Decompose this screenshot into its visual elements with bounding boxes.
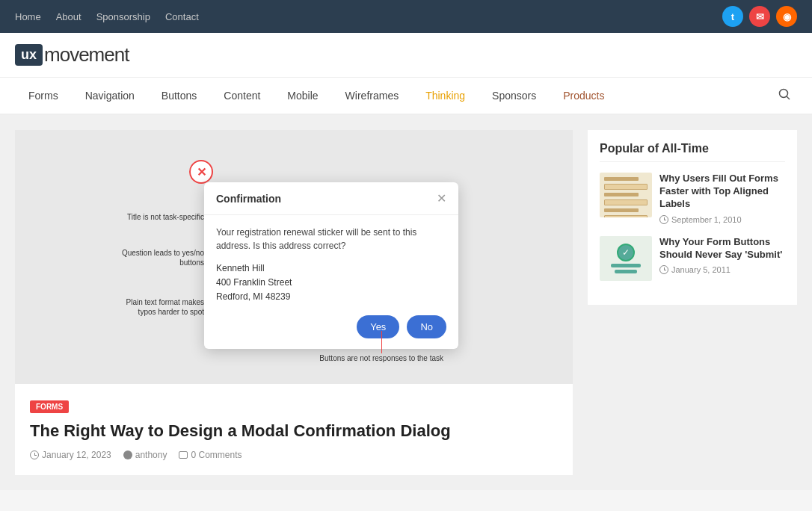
clock-icon (30, 450, 39, 459)
modal-question: Your registration renewal sticker will b… (216, 226, 446, 253)
main-container: ✕ Title is not task-specific Question le… (0, 115, 812, 490)
checkmark-graphic: ✓ (608, 241, 644, 276)
article-title: The Right Way to Design a Modal Confirma… (30, 421, 558, 442)
article-meta: January 12, 2023 anthony 0 Comments (30, 450, 558, 460)
sidebar-item-2-title: Why Your Form Buttons Should Never Say '… (659, 236, 785, 261)
rss-icon[interactable]: ◉ (776, 6, 797, 27)
annotation-4-text: Buttons are not responses to the task (319, 354, 443, 362)
address-street: 400 Franklin Street (216, 276, 446, 290)
sidebar-item-1-date: September 1, 2010 (659, 215, 785, 224)
annotation-4: Buttons are not responses to the task (319, 353, 443, 363)
logo-box: ux (15, 44, 43, 66)
annotation-2: Question leads to yes/no buttons (107, 248, 204, 267)
check-bar-2 (615, 270, 637, 273)
category-navigation: Forms Navigation Buttons Content Mobile … (0, 78, 812, 115)
nav-contact[interactable]: Contact (165, 11, 199, 22)
annotation-3: Plain text format makes typos harder to … (107, 297, 204, 317)
address-name: Kenneth Hill (216, 261, 446, 276)
article-tag[interactable]: FORMS (30, 400, 69, 413)
search-icon[interactable] (772, 81, 797, 110)
article-content: FORMS The Right Way to Design a Modal Co… (15, 384, 573, 475)
logo-text: movement (44, 43, 129, 66)
cat-buttons[interactable]: Buttons (148, 78, 210, 114)
sidebar-date-1: September 1, 2010 (671, 215, 742, 224)
article-comments: 0 Comments (191, 450, 242, 460)
clock-icon-sidebar-2 (659, 265, 668, 274)
social-icons: t ✉ ◉ (722, 6, 797, 27)
modal-body: Your registration renewal sticker will b… (204, 215, 458, 349)
modal-dialog: Confirmation ✕ Your registration renewal… (204, 182, 458, 349)
article-area: ✕ Title is not task-specific Question le… (15, 130, 573, 475)
address-city: Redford, MI 48239 (216, 290, 446, 304)
site-logo[interactable]: ux movement (15, 43, 797, 66)
cat-thinking[interactable]: Thinking (412, 78, 479, 114)
sidebar-popular-title: Popular of All-Time (600, 142, 785, 162)
sidebar-date-2: January 5, 2011 (671, 265, 731, 274)
cat-sponsors[interactable]: Sponsors (479, 78, 550, 114)
comment-icon (179, 451, 188, 459)
annotation-3-text: Plain text format makes typos harder to … (126, 298, 204, 316)
modal-header: Confirmation ✕ (204, 182, 458, 215)
nav-about[interactable]: About (56, 11, 81, 22)
modal-buttons: Yes No (216, 315, 446, 338)
check-circle: ✓ (617, 244, 635, 261)
article-image: ✕ Title is not task-specific Question le… (15, 130, 573, 384)
annotation-1-text: Title is not task-specific (127, 213, 204, 221)
check-bar-1 (611, 264, 641, 267)
no-button[interactable]: No (407, 315, 446, 338)
top-navigation: Home About Sponsorship Contact t ✉ ◉ (0, 0, 812, 33)
sidebar-item-1[interactable]: Why Users Fill Out Forms Faster with Top… (600, 173, 785, 224)
sidebar: Popular of All-Time (588, 130, 797, 475)
sidebar-item-1-title: Why Users Fill Out Forms Faster with Top… (659, 173, 785, 211)
cat-products[interactable]: Products (550, 78, 618, 114)
svg-point-0 (780, 90, 788, 98)
yes-button[interactable]: Yes (357, 315, 399, 338)
nav-home[interactable]: Home (15, 11, 41, 22)
article-date-meta: January 12, 2023 (30, 450, 111, 460)
modal-address: Kenneth Hill 400 Franklin Street Redford… (216, 261, 446, 305)
modal-title: Confirmation (216, 193, 281, 205)
sidebar-thumb-1 (600, 173, 652, 217)
cat-navigation[interactable]: Navigation (72, 78, 148, 114)
diagram-container: ✕ Title is not task-specific Question le… (107, 145, 481, 369)
svg-line-1 (787, 96, 790, 99)
cat-forms[interactable]: Forms (15, 78, 72, 114)
annotations-left: Title is not task-specific Question lead… (107, 182, 204, 317)
article-date: January 12, 2023 (42, 450, 111, 460)
form-bars-graphic (600, 173, 652, 217)
email-icon[interactable]: ✉ (749, 6, 770, 27)
sidebar-item-2-text: Why Your Form Buttons Should Never Say '… (659, 236, 785, 275)
modal-close-button[interactable]: ✕ (437, 191, 446, 205)
cat-mobile[interactable]: Mobile (274, 78, 331, 114)
sidebar-item-1-text: Why Users Fill Out Forms Faster with Top… (659, 173, 785, 224)
twitter-icon[interactable]: t (722, 6, 743, 27)
sidebar-item-2-date: January 5, 2011 (659, 265, 785, 274)
article-comments-meta: 0 Comments (179, 450, 242, 460)
article-author-meta: anthony (123, 450, 167, 460)
sidebar-thumb-2: ✓ (600, 236, 652, 281)
cat-wireframes[interactable]: Wireframes (332, 78, 413, 114)
logo-area: ux movement (0, 33, 812, 78)
sidebar-item-2[interactable]: ✓ Why Your Form Buttons Should Never Say… (600, 236, 785, 281)
sidebar-popular: Popular of All-Time (588, 130, 797, 305)
annotation-2-text: Question leads to yes/no buttons (122, 249, 204, 267)
top-nav-links: Home About Sponsorship Contact (15, 11, 199, 22)
clock-icon-sidebar-1 (659, 215, 668, 224)
article-author: anthony (135, 450, 167, 460)
cat-nav-links: Forms Navigation Buttons Content Mobile … (15, 78, 772, 114)
cat-content[interactable]: Content (210, 78, 274, 114)
user-icon (123, 450, 132, 459)
nav-sponsorship[interactable]: Sponsorship (96, 11, 150, 22)
annotation-1: Title is not task-specific (107, 212, 204, 222)
annotation-line-4 (381, 331, 382, 353)
bad-example-marker: ✕ (189, 160, 213, 184)
